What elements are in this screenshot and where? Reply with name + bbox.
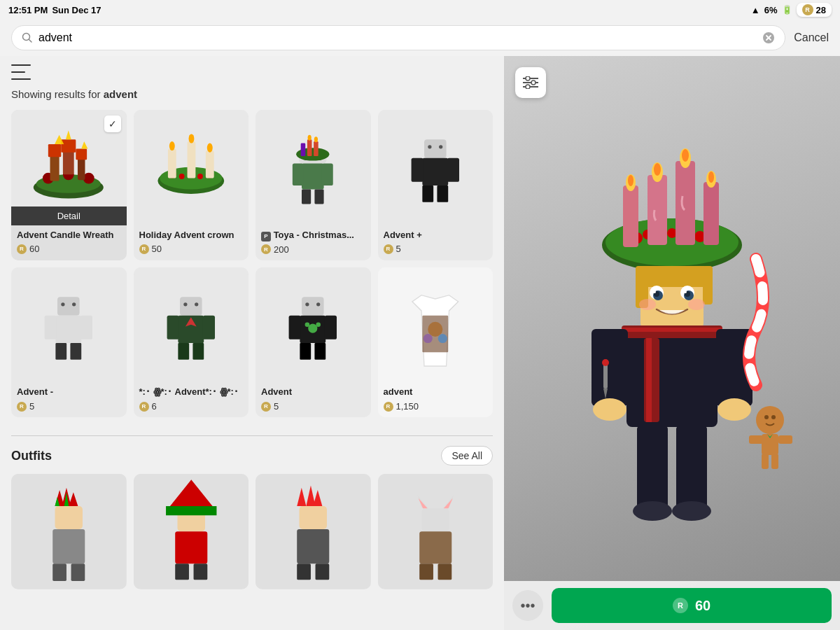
item-card[interactable]: Holiday Advent crown R 50	[134, 110, 249, 260]
outfit-card[interactable]	[11, 474, 127, 589]
filter-row	[11, 64, 493, 80]
item-card[interactable]: Advent R 5	[255, 267, 371, 417]
svg-rect-36	[302, 190, 311, 204]
svg-rect-40	[314, 141, 319, 156]
advent-image	[267, 279, 359, 371]
price-value-2: 50	[152, 244, 162, 254]
search-input[interactable]: advent	[38, 31, 757, 44]
cancel-button[interactable]: Cancel	[794, 31, 829, 44]
price-value-1: 60	[29, 244, 39, 254]
item-info-8: advent R 1,150	[378, 382, 493, 417]
results-text: Showing results for advent	[11, 88, 493, 100]
see-all-button[interactable]: See All	[441, 446, 493, 465]
more-button[interactable]: •••	[512, 590, 543, 621]
item-card[interactable]: P Toya - Christmas... R 200	[255, 110, 371, 260]
filter-icon[interactable]	[11, 64, 31, 80]
robux-badge: R 28	[797, 3, 832, 17]
svg-rect-157	[626, 329, 718, 427]
right-panel: ••• R 60	[504, 56, 840, 630]
item-price-6: R 6	[139, 401, 244, 412]
svg-rect-117	[438, 564, 451, 580]
robux-price-icon: R	[261, 402, 271, 412]
svg-rect-26	[168, 149, 176, 178]
svg-rect-98	[175, 531, 207, 564]
svg-rect-27	[187, 141, 195, 178]
svg-rect-10	[50, 154, 59, 181]
svg-point-81	[428, 322, 442, 337]
robux-price-icon: R	[261, 244, 271, 254]
robux-price-icon: R	[384, 244, 393, 254]
item-name-7: Advent	[261, 386, 365, 398]
robux-amount: 28	[816, 5, 826, 15]
svg-rect-64	[167, 316, 179, 340]
svg-point-170	[756, 406, 784, 434]
svg-rect-85	[55, 506, 83, 529]
svg-rect-47	[422, 158, 448, 186]
svg-point-30	[188, 134, 194, 144]
outfit-card[interactable]	[255, 474, 371, 589]
outfit-card[interactable]	[134, 474, 249, 589]
time: 12:51 PM	[8, 5, 48, 15]
outfits-header: Outfits See All	[11, 446, 493, 465]
svg-line-1	[29, 40, 32, 43]
svg-rect-34	[293, 164, 304, 186]
item-info-4: Advent + R 5	[378, 225, 493, 260]
search-input-wrapper[interactable]: advent	[11, 25, 785, 50]
item-thumbnail-6	[134, 267, 249, 383]
item-card[interactable]: Advent - R 5	[11, 267, 127, 417]
svg-point-177	[771, 415, 776, 419]
item-price-3: R 200	[261, 244, 365, 255]
wifi-icon: ▲	[751, 5, 760, 15]
svg-rect-116	[419, 564, 433, 580]
svg-point-119	[526, 76, 530, 80]
svg-point-169	[672, 501, 711, 521]
item-name-8: advent	[384, 386, 488, 398]
svg-rect-14	[63, 149, 74, 175]
filter-right-button[interactable]	[515, 67, 546, 98]
item-price-4: R 5	[384, 244, 488, 254]
item-card[interactable]: advent R 1,150	[378, 267, 493, 417]
svg-rect-15	[62, 140, 76, 153]
outfit-image-4	[378, 474, 493, 589]
svg-point-25	[197, 174, 203, 179]
item-card[interactable]: Advent + R 5	[378, 110, 493, 260]
svg-rect-146	[703, 266, 713, 304]
advent-special-image	[145, 279, 237, 371]
detail-button[interactable]: Detail	[11, 206, 127, 225]
svg-rect-69	[302, 297, 324, 315]
outfit-card[interactable]	[378, 474, 493, 589]
svg-rect-102	[300, 506, 327, 529]
selected-check: ✓	[104, 115, 121, 132]
item-name-5: Advent -	[17, 386, 121, 398]
svg-rect-33	[302, 164, 324, 190]
item-thumbnail-1: ✓ Detail	[11, 110, 127, 225]
svg-rect-76	[315, 343, 326, 360]
svg-point-142	[628, 175, 634, 186]
item-price-5: R 5	[17, 401, 121, 412]
svg-point-153	[653, 290, 656, 293]
outfit-image-2	[134, 474, 249, 589]
svg-rect-49	[447, 158, 459, 182]
svg-point-164	[593, 398, 626, 421]
outfit-image-1	[11, 474, 127, 589]
item-card[interactable]: ✓ Detail Advent Candle Wreath R 60	[11, 110, 127, 260]
outfits-title: Outfits	[11, 449, 52, 463]
svg-point-136	[654, 163, 661, 176]
main-content: Showing results for advent	[0, 56, 840, 630]
svg-rect-55	[56, 316, 82, 343]
buy-price: 60	[695, 598, 710, 614]
price-value-5: 5	[29, 401, 34, 412]
item-price-1: R 60	[17, 244, 121, 254]
svg-rect-37	[315, 190, 324, 204]
buy-button[interactable]: R 60	[552, 588, 832, 623]
svg-rect-51	[437, 186, 448, 203]
svg-point-78	[305, 323, 310, 328]
svg-point-43	[314, 137, 318, 143]
clear-icon[interactable]	[762, 31, 775, 44]
status-left: 12:51 PM Sun Dec 17	[8, 5, 101, 15]
svg-rect-67	[192, 343, 204, 360]
svg-point-70	[306, 302, 309, 306]
publisher-icon-3: P	[261, 232, 271, 241]
item-card[interactable]: *:･ ꙮ*:･ Advent*:･ ꙮ*:･ R 6	[134, 267, 249, 417]
svg-rect-100	[193, 564, 207, 580]
